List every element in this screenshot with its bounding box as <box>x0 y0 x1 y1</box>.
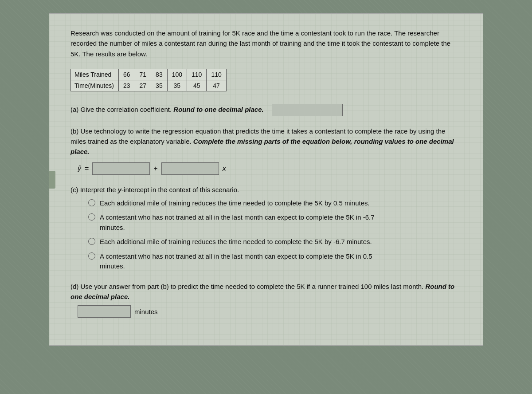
radio-option-1-text: Each additional mile of training reduces… <box>100 198 370 209</box>
equation-slope-input[interactable] <box>161 162 219 175</box>
part-d-label: (d) Use your answer from part (b) to pre… <box>70 281 462 302</box>
time-minutes-header: Time(Minutes) <box>71 80 119 91</box>
part-d-answer-input[interactable] <box>78 305 131 318</box>
data-table-section: Miles Trained 66 71 83 100 110 110 Time(… <box>70 69 462 91</box>
radio-circle-4[interactable] <box>88 252 95 260</box>
main-content-panel: Research was conducted on the amount of … <box>49 13 483 346</box>
part-a-input[interactable] <box>272 104 343 116</box>
equals-sign: = <box>85 165 89 173</box>
part-b-section: (b) Use technology to write the regressi… <box>70 126 462 175</box>
miles-val-2: 71 <box>135 69 151 80</box>
miles-val-4: 100 <box>167 69 187 80</box>
part-c-text: (c) Interpret the y-intercept in the con… <box>70 186 239 193</box>
radio-option-3[interactable]: Each additional mile of training reduces… <box>88 237 462 247</box>
part-c-section: (c) Interpret the y-intercept in the con… <box>70 185 462 272</box>
intro-text: Research was conducted on the amount of … <box>70 29 450 58</box>
time-val-1: 23 <box>118 80 135 91</box>
radio-option-2-text: A contestant who has not trained at all … <box>100 213 375 232</box>
radio-options-group: Each additional mile of training reduces… <box>88 198 462 272</box>
part-a-italic: Round to one decimal place. <box>173 106 263 113</box>
radio-option-1[interactable]: Each additional mile of training reduces… <box>88 198 462 209</box>
table-row-miles: Miles Trained 66 71 83 100 110 110 <box>71 69 227 80</box>
table-row-time: Time(Minutes) 23 27 35 35 45 47 <box>71 80 227 91</box>
radio-circle-1[interactable] <box>88 199 95 206</box>
radio-option-2[interactable]: A contestant who has not trained at all … <box>88 213 462 232</box>
miles-trained-header: Miles Trained <box>71 69 119 80</box>
time-val-3: 35 <box>151 80 168 91</box>
part-c-label: (c) Interpret the y-intercept in the con… <box>70 185 462 195</box>
radio-circle-3[interactable] <box>88 238 95 245</box>
intro-paragraph: Research was conducted on the amount of … <box>70 28 462 59</box>
part-d-text: (d) Use your answer from part (b) to pre… <box>70 283 454 300</box>
radio-option-4-text: A contestant who has not trained at all … <box>100 252 372 272</box>
radio-option-3-text: Each additional mile of training reduces… <box>100 237 372 247</box>
part-a-text: (a) Give the correlation coefficient. <box>70 106 172 113</box>
part-a-label: (a) Give the correlation coefficient. Ro… <box>70 104 462 116</box>
y-hat-symbol: ŷ <box>78 165 81 173</box>
miles-val-3: 83 <box>151 69 168 80</box>
time-val-4: 35 <box>167 80 187 91</box>
x-variable-label: x <box>223 165 226 173</box>
time-val-6: 47 <box>207 80 226 91</box>
miles-val-5: 110 <box>187 69 207 80</box>
part-d-answer-row: minutes <box>78 305 462 318</box>
radio-circle-2[interactable] <box>88 213 95 221</box>
part-b-label: (b) Use technology to write the regressi… <box>70 126 462 157</box>
miles-val-1: 66 <box>118 69 135 80</box>
miles-val-6: 110 <box>207 69 226 80</box>
equation-row: ŷ = + x <box>78 162 462 175</box>
time-val-2: 27 <box>135 80 151 91</box>
part-d-italic: Round to one decimal place. <box>70 283 454 300</box>
plus-sign: + <box>153 165 157 173</box>
radio-option-4[interactable]: A contestant who has not trained at all … <box>88 252 462 272</box>
part-d-section: (d) Use your answer from part (b) to pre… <box>70 281 462 318</box>
equation-intercept-input[interactable] <box>92 162 150 175</box>
left-accent-bar <box>49 171 55 189</box>
data-table: Miles Trained 66 71 83 100 110 110 Time(… <box>70 69 227 91</box>
part-a-section: (a) Give the correlation coefficient. Ro… <box>70 104 462 116</box>
minutes-label: minutes <box>134 308 158 315</box>
time-val-5: 45 <box>187 80 207 91</box>
